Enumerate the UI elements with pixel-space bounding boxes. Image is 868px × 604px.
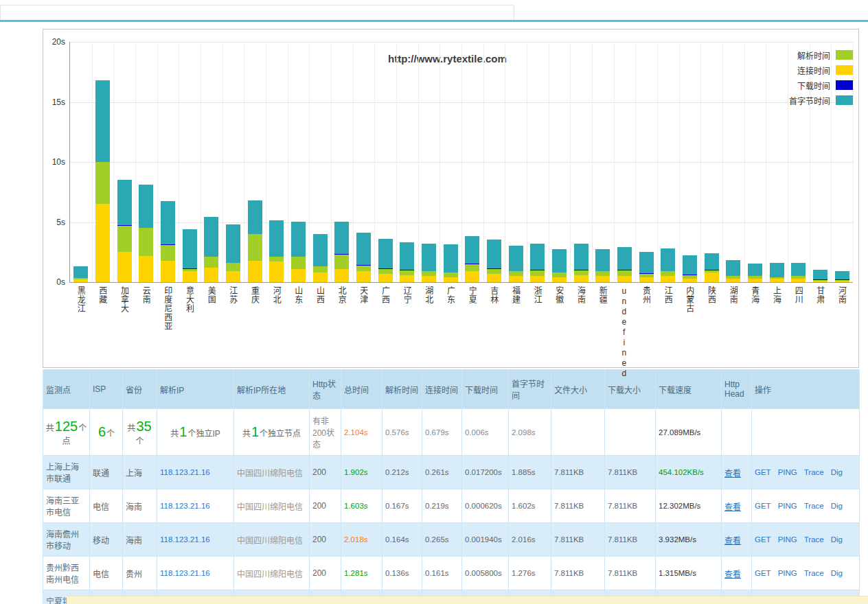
x-axis-label-text: 宁夏 (468, 286, 477, 304)
op-link-get[interactable]: GET (755, 502, 771, 510)
bar-segment-连接时间 (465, 271, 479, 282)
bar-广西[interactable] (378, 239, 393, 282)
x-axis-label-text: 山西 (315, 286, 324, 304)
bar-北京[interactable] (334, 222, 349, 282)
op-link-get[interactable]: GET (755, 535, 771, 544)
bar-广东[interactable] (444, 244, 458, 282)
bar-青海[interactable] (748, 264, 762, 282)
bar-意大利[interactable] (183, 229, 197, 282)
cell-download: 0.001940s (462, 523, 509, 557)
cell-parse: 0.164s (382, 523, 422, 557)
op-link-get[interactable]: GET (755, 468, 771, 476)
bar-天津[interactable] (356, 233, 371, 282)
legend-item-解析时间[interactable]: 解析时间 (789, 47, 853, 62)
x-axis-label: undefined (613, 286, 635, 379)
bar-江苏[interactable] (226, 224, 240, 282)
x-axis-label: 吉林 (483, 286, 505, 304)
bar-内蒙古[interactable] (683, 255, 697, 282)
bar-河北[interactable] (269, 220, 284, 282)
x-axis-label-text: 吉林 (489, 286, 498, 304)
bar-segment-解析时间 (530, 270, 545, 277)
op-link-trace[interactable]: Trace (804, 535, 824, 544)
bar-segment-连接时间 (770, 279, 784, 282)
bar-加拿大[interactable] (117, 180, 132, 282)
y-axis-tick: 20s (43, 37, 65, 47)
top-tab[interactable] (0, 5, 514, 20)
column-header: 解析时间 (382, 370, 422, 409)
bar-黑龙江[interactable] (73, 266, 88, 282)
op-link-dig[interactable]: Dig (831, 468, 843, 476)
bar-重庆[interactable] (248, 200, 262, 282)
view-link[interactable]: 查看 (724, 502, 741, 512)
op-link-get[interactable]: GET (755, 569, 771, 577)
op-link-dig[interactable]: Dig (831, 502, 843, 510)
bar-辽宁[interactable] (400, 242, 414, 282)
view-link[interactable]: 查看 (724, 469, 741, 478)
ip-link[interactable]: 118.123.21.16 (160, 535, 210, 544)
ip-link[interactable]: 118.123.21.16 (160, 468, 210, 476)
bar-湖南[interactable] (726, 260, 740, 282)
bar-segment-首字节时间 (334, 222, 349, 254)
bar-西藏[interactable] (95, 80, 110, 282)
op-link-trace[interactable]: Trace (804, 569, 824, 577)
op-link-ping[interactable]: PING (778, 468, 797, 476)
view-link[interactable]: 查看 (724, 570, 741, 579)
view-link[interactable]: 查看 (724, 536, 741, 546)
bar-河南[interactable] (835, 271, 849, 282)
ip-link[interactable]: 118.123.21.16 (160, 569, 210, 577)
bar-湖北[interactable] (422, 244, 436, 282)
bar-印度尼西亚[interactable] (161, 201, 175, 282)
bar-云南[interactable] (139, 185, 153, 282)
op-link-ping[interactable]: PING (778, 502, 797, 510)
ip-location-text: 中国四川绵阳电信 (237, 469, 303, 478)
bar-贵州[interactable] (639, 252, 654, 282)
op-link-dig[interactable]: Dig (831, 535, 843, 544)
bar-四川[interactable] (791, 263, 806, 282)
bar-segment-首字节时间 (530, 244, 545, 270)
bar-浙江[interactable] (530, 244, 545, 282)
bar-陕西[interactable] (705, 253, 719, 282)
bar-山东[interactable] (291, 222, 306, 282)
column-header: 下载速度 (656, 370, 722, 409)
cell-connect: 0.261s (422, 456, 462, 489)
x-axis-label: 宁夏 (461, 286, 483, 304)
bar-福建[interactable] (509, 246, 523, 282)
op-link-dig[interactable]: Dig (831, 569, 843, 577)
legend-item-首字节时间[interactable]: 首字节时间 (789, 93, 853, 108)
bar-segment-连接时间 (813, 281, 827, 282)
bar-undefined[interactable] (617, 247, 632, 282)
cell-province: 海南 (123, 489, 157, 523)
bar-segment-连接时间 (183, 271, 197, 282)
y-axis-tick: 15s (43, 97, 65, 107)
bar-甘肃[interactable] (813, 270, 827, 282)
bar-宁夏[interactable] (465, 236, 479, 282)
bar-山西[interactable] (313, 234, 328, 282)
plot-area (69, 42, 853, 283)
bar-segment-解析时间 (422, 271, 436, 276)
cell-point: 贵州黔西南州电信 (43, 557, 90, 590)
op-link-ping[interactable]: PING (778, 535, 797, 544)
op-link-ping[interactable]: PING (778, 569, 797, 577)
ip-link[interactable]: 118.123.21.16 (160, 502, 210, 510)
bar-美国[interactable] (204, 217, 218, 282)
bar-上海[interactable] (770, 263, 784, 282)
bar-新疆[interactable] (595, 249, 610, 282)
bar-江西[interactable] (661, 248, 675, 282)
bar-海南[interactable] (574, 244, 589, 282)
legend-item-连接时间[interactable]: 连接时间 (789, 62, 853, 78)
bar-吉林[interactable] (487, 240, 501, 282)
op-link-trace[interactable]: Trace (804, 468, 824, 476)
bar-segment-连接时间 (552, 277, 567, 282)
cell-isp: 移动 (90, 523, 123, 557)
bar-segment-连接时间 (487, 274, 501, 282)
legend-item-下载时间[interactable]: 下载时间 (789, 78, 853, 93)
bar-segment-首字节时间 (791, 263, 806, 276)
op-link-trace[interactable]: Trace (804, 502, 824, 510)
table-row: 海南儋州市移动移动海南118.123.21.16中国四川绵阳电信2002.018… (43, 523, 860, 557)
cell-firstbyte: 1.602s (509, 489, 551, 523)
x-axis-label-text: 天津 (358, 286, 367, 304)
summary-parse: 0.576s (382, 409, 422, 456)
bar-segment-首字节时间 (291, 222, 306, 257)
chart-panel: http://www.rytextile.com 黑龙江西藏加拿大云南印度尼西亚… (43, 29, 859, 368)
bar-安徽[interactable] (552, 249, 567, 282)
